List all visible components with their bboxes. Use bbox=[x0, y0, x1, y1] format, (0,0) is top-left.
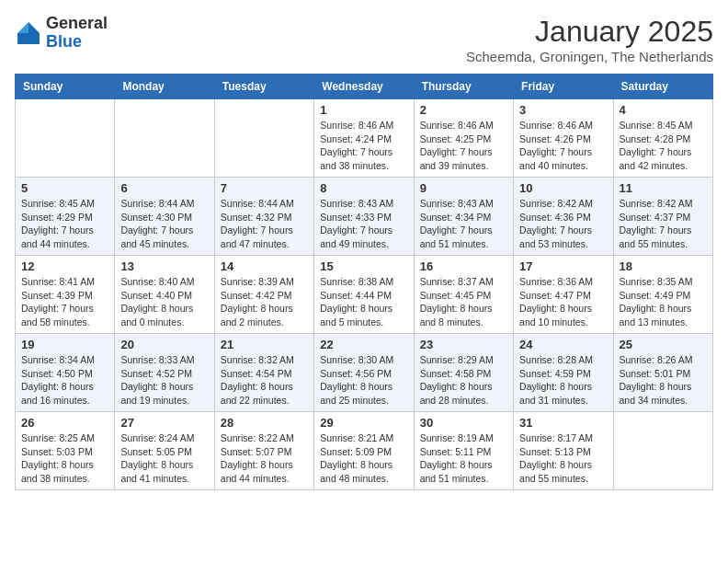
month-title: January 2025 bbox=[466, 15, 713, 49]
day-info: Sunrise: 8:45 AMSunset: 4:28 PMDaylight:… bbox=[620, 119, 707, 173]
logo-icon bbox=[15, 19, 42, 47]
day-info: Sunrise: 8:42 AMSunset: 4:37 PMDaylight:… bbox=[620, 197, 707, 251]
day-info: Sunrise: 8:34 AMSunset: 4:50 PMDaylight:… bbox=[21, 353, 108, 408]
table-row: 9Sunrise: 8:43 AMSunset: 4:34 PMDaylight… bbox=[414, 178, 513, 256]
col-sunday: Sunday bbox=[16, 75, 115, 99]
day-number: 10 bbox=[519, 181, 607, 195]
table-row: 1Sunrise: 8:46 AMSunset: 4:24 PMDaylight… bbox=[314, 99, 414, 178]
calendar-week-row: 26Sunrise: 8:25 AMSunset: 5:03 PMDayligh… bbox=[16, 412, 713, 490]
day-info: Sunrise: 8:26 AMSunset: 5:01 PMDaylight:… bbox=[620, 353, 707, 408]
day-info: Sunrise: 8:45 AMSunset: 4:29 PMDaylight:… bbox=[21, 197, 108, 251]
day-number: 20 bbox=[120, 338, 208, 351]
calendar-table: Sunday Monday Tuesday Wednesday Thursday… bbox=[15, 74, 713, 490]
table-row: 8Sunrise: 8:43 AMSunset: 4:33 PMDaylight… bbox=[314, 178, 414, 256]
day-number: 2 bbox=[420, 103, 507, 117]
day-number: 8 bbox=[320, 181, 407, 195]
col-wednesday: Wednesday bbox=[314, 75, 414, 99]
day-info: Sunrise: 8:38 AMSunset: 4:44 PMDaylight:… bbox=[320, 275, 407, 329]
table-row bbox=[115, 99, 214, 178]
day-info: Sunrise: 8:30 AMSunset: 4:56 PMDaylight:… bbox=[320, 353, 407, 408]
day-info: Sunrise: 8:46 AMSunset: 4:25 PMDaylight:… bbox=[420, 119, 507, 173]
day-number: 11 bbox=[620, 181, 707, 195]
day-info: Sunrise: 8:29 AMSunset: 4:58 PMDaylight:… bbox=[420, 353, 507, 408]
day-number: 12 bbox=[21, 259, 108, 273]
calendar-header-row: Sunday Monday Tuesday Wednesday Thursday… bbox=[16, 75, 713, 99]
day-number: 3 bbox=[519, 103, 607, 117]
day-info: Sunrise: 8:21 AMSunset: 5:09 PMDaylight:… bbox=[320, 431, 407, 486]
day-number: 18 bbox=[620, 259, 707, 273]
day-number: 24 bbox=[519, 338, 607, 351]
table-row: 22Sunrise: 8:30 AMSunset: 4:56 PMDayligh… bbox=[314, 334, 414, 412]
day-info: Sunrise: 8:46 AMSunset: 4:26 PMDaylight:… bbox=[519, 119, 607, 173]
day-number: 22 bbox=[320, 338, 407, 351]
day-info: Sunrise: 8:17 AMSunset: 5:13 PMDaylight:… bbox=[519, 431, 607, 486]
table-row: 23Sunrise: 8:29 AMSunset: 4:58 PMDayligh… bbox=[414, 334, 513, 412]
table-row: 10Sunrise: 8:42 AMSunset: 4:36 PMDayligh… bbox=[514, 178, 613, 256]
svg-marker-0 bbox=[28, 22, 40, 33]
table-row: 15Sunrise: 8:38 AMSunset: 4:44 PMDayligh… bbox=[314, 256, 414, 334]
table-row: 26Sunrise: 8:25 AMSunset: 5:03 PMDayligh… bbox=[16, 412, 115, 490]
calendar-week-row: 12Sunrise: 8:41 AMSunset: 4:39 PMDayligh… bbox=[16, 256, 713, 334]
col-thursday: Thursday bbox=[414, 75, 513, 99]
day-number: 29 bbox=[320, 416, 407, 430]
table-row: 5Sunrise: 8:45 AMSunset: 4:29 PMDaylight… bbox=[16, 178, 115, 256]
table-row: 19Sunrise: 8:34 AMSunset: 4:50 PMDayligh… bbox=[16, 334, 115, 412]
day-number: 28 bbox=[221, 416, 308, 430]
table-row bbox=[214, 99, 313, 178]
table-row: 12Sunrise: 8:41 AMSunset: 4:39 PMDayligh… bbox=[16, 256, 115, 334]
day-number: 1 bbox=[320, 103, 407, 117]
logo-blue: Blue bbox=[46, 32, 82, 51]
day-number: 17 bbox=[519, 259, 607, 273]
day-info: Sunrise: 8:33 AMSunset: 4:52 PMDaylight:… bbox=[120, 353, 208, 408]
table-row: 21Sunrise: 8:32 AMSunset: 4:54 PMDayligh… bbox=[214, 334, 313, 412]
day-number: 27 bbox=[120, 416, 208, 430]
day-number: 14 bbox=[221, 259, 308, 273]
col-saturday: Saturday bbox=[613, 75, 712, 99]
day-info: Sunrise: 8:43 AMSunset: 4:33 PMDaylight:… bbox=[320, 197, 407, 251]
day-info: Sunrise: 8:41 AMSunset: 4:39 PMDaylight:… bbox=[21, 275, 108, 329]
day-info: Sunrise: 8:37 AMSunset: 4:45 PMDaylight:… bbox=[420, 275, 507, 329]
day-info: Sunrise: 8:39 AMSunset: 4:42 PMDaylight:… bbox=[221, 275, 308, 329]
day-number: 16 bbox=[420, 259, 507, 273]
day-info: Sunrise: 8:25 AMSunset: 5:03 PMDaylight:… bbox=[21, 431, 108, 486]
day-info: Sunrise: 8:24 AMSunset: 5:05 PMDaylight:… bbox=[120, 431, 208, 486]
day-number: 5 bbox=[21, 181, 108, 195]
table-row: 18Sunrise: 8:35 AMSunset: 4:49 PMDayligh… bbox=[613, 256, 712, 334]
day-info: Sunrise: 8:22 AMSunset: 5:07 PMDaylight:… bbox=[221, 431, 308, 486]
calendar-week-row: 19Sunrise: 8:34 AMSunset: 4:50 PMDayligh… bbox=[16, 334, 713, 412]
table-row: 29Sunrise: 8:21 AMSunset: 5:09 PMDayligh… bbox=[314, 412, 414, 490]
day-info: Sunrise: 8:35 AMSunset: 4:49 PMDaylight:… bbox=[620, 275, 707, 329]
table-row: 17Sunrise: 8:36 AMSunset: 4:47 PMDayligh… bbox=[514, 256, 613, 334]
table-row: 25Sunrise: 8:26 AMSunset: 5:01 PMDayligh… bbox=[613, 334, 712, 412]
day-info: Sunrise: 8:44 AMSunset: 4:32 PMDaylight:… bbox=[221, 197, 308, 251]
day-info: Sunrise: 8:46 AMSunset: 4:24 PMDaylight:… bbox=[320, 119, 407, 173]
day-info: Sunrise: 8:36 AMSunset: 4:47 PMDaylight:… bbox=[519, 275, 607, 329]
table-row: 3Sunrise: 8:46 AMSunset: 4:26 PMDaylight… bbox=[514, 99, 613, 178]
day-number: 23 bbox=[420, 338, 507, 351]
col-monday: Monday bbox=[115, 75, 214, 99]
table-row bbox=[613, 412, 712, 490]
day-number: 21 bbox=[221, 338, 308, 351]
logo-general: General bbox=[46, 14, 108, 32]
location-subtitle: Scheemda, Groningen, The Netherlands bbox=[466, 49, 713, 64]
table-row: 2Sunrise: 8:46 AMSunset: 4:25 PMDaylight… bbox=[414, 99, 513, 178]
table-row: 30Sunrise: 8:19 AMSunset: 5:11 PMDayligh… bbox=[414, 412, 513, 490]
day-number: 6 bbox=[120, 181, 208, 195]
svg-marker-1 bbox=[17, 22, 28, 33]
page-header: General Blue January 2025 Scheemda, Gron… bbox=[15, 15, 713, 64]
day-info: Sunrise: 8:32 AMSunset: 4:54 PMDaylight:… bbox=[221, 353, 308, 408]
table-row: 16Sunrise: 8:37 AMSunset: 4:45 PMDayligh… bbox=[414, 256, 513, 334]
day-number: 31 bbox=[519, 416, 607, 430]
table-row: 20Sunrise: 8:33 AMSunset: 4:52 PMDayligh… bbox=[115, 334, 214, 412]
day-number: 25 bbox=[620, 338, 707, 351]
day-number: 4 bbox=[620, 103, 707, 117]
table-row: 13Sunrise: 8:40 AMSunset: 4:40 PMDayligh… bbox=[115, 256, 214, 334]
logo: General Blue bbox=[15, 15, 108, 52]
day-info: Sunrise: 8:28 AMSunset: 4:59 PMDaylight:… bbox=[519, 353, 607, 408]
calendar-week-row: 1Sunrise: 8:46 AMSunset: 4:24 PMDaylight… bbox=[16, 99, 713, 178]
day-number: 19 bbox=[21, 338, 108, 351]
calendar-week-row: 5Sunrise: 8:45 AMSunset: 4:29 PMDaylight… bbox=[16, 178, 713, 256]
day-number: 13 bbox=[120, 259, 208, 273]
table-row: 6Sunrise: 8:44 AMSunset: 4:30 PMDaylight… bbox=[115, 178, 214, 256]
col-tuesday: Tuesday bbox=[214, 75, 313, 99]
